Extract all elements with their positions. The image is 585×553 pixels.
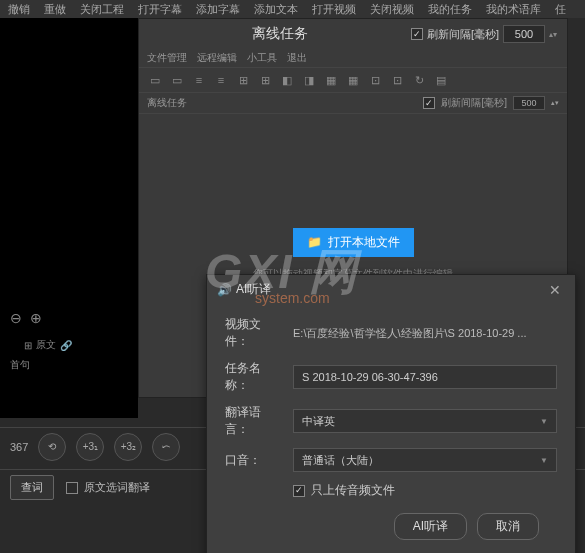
tool-icon-10[interactable]: ▦ [345, 72, 361, 88]
text-icon: ⊞ [24, 340, 32, 351]
tab-tools[interactable]: 小工具 [247, 51, 277, 65]
tool-icon-8[interactable]: ◨ [301, 72, 317, 88]
tool-icon-5[interactable]: ⊞ [235, 72, 251, 88]
video-file-label: 视频文件： [225, 316, 283, 350]
source-text-label: ⊞ 原文 🔗 [24, 338, 72, 352]
translate-lang-label: 翻译语言： [225, 404, 283, 438]
menu-my-tasks[interactable]: 我的任务 [428, 2, 472, 16]
rewind-button[interactable]: ⟲ [38, 433, 66, 461]
inner-refresh-label: 刷新间隔[毫秒] [441, 96, 507, 110]
accent-select[interactable]: 普通话（大陆） ▼ [293, 448, 557, 472]
plus3-button-1[interactable]: +3₁ [76, 433, 104, 461]
tab-file-manage[interactable]: 文件管理 [147, 51, 187, 65]
menu-redo[interactable]: 重做 [44, 2, 66, 16]
translate-checkbox-label: 原文选词翻译 [84, 480, 150, 495]
accent-value: 普通话（大陆） [302, 453, 379, 468]
zoom-out-icon[interactable]: ⊖ [10, 310, 22, 326]
first-line-label: 首句 [10, 358, 30, 372]
preview-controls: ⊖ ⊕ [10, 310, 42, 326]
tool-icon-9[interactable]: ▦ [323, 72, 339, 88]
menu-add-text[interactable]: 添加文本 [254, 2, 298, 16]
video-file-path: E:\百度经验\哲学怪人\经验图片\S 2018-10-29 ... [293, 326, 557, 341]
tool-icon-6[interactable]: ⊞ [257, 72, 273, 88]
window-title: 离线任务 [149, 25, 411, 43]
menu-add-subtitle[interactable]: 添加字幕 [196, 2, 240, 16]
tool-icon-11[interactable]: ⊡ [367, 72, 383, 88]
loop-button[interactable]: ⤺ [152, 433, 180, 461]
accent-label: 口音： [225, 452, 283, 469]
top-menu: 撤销 重做 关闭工程 打开字幕 添加字幕 添加文本 打开视频 关闭视频 我的任务… [0, 0, 585, 18]
ai-translate-dialog: 🔊 AI听译 ✕ 视频文件： E:\百度经验\哲学怪人\经验图片\S 2018-… [206, 274, 576, 553]
tool-icon-2[interactable]: ▭ [169, 72, 185, 88]
close-icon[interactable]: ✕ [545, 282, 565, 298]
chevron-down-icon: ▼ [540, 417, 548, 426]
menu-close-project[interactable]: 关闭工程 [80, 2, 124, 16]
task-name-label: 任务名称： [225, 360, 283, 394]
ai-translate-button[interactable]: AI听译 [394, 513, 467, 540]
tool-icon-13[interactable]: ↻ [411, 72, 427, 88]
tab-remote-edit[interactable]: 远程编辑 [197, 51, 237, 65]
open-file-label: 打开本地文件 [328, 234, 400, 251]
tool-icon-1[interactable]: ▭ [147, 72, 163, 88]
menu-open-subtitle[interactable]: 打开字幕 [138, 2, 182, 16]
menu-undo[interactable]: 撤销 [8, 2, 30, 16]
inner-refresh-checkbox[interactable] [423, 97, 435, 109]
tab-exit[interactable]: 退出 [287, 51, 307, 65]
translate-checkbox[interactable] [66, 482, 78, 494]
chevron-down-icon: ▼ [540, 456, 548, 465]
zoom-in-icon[interactable]: ⊕ [30, 310, 42, 326]
menu-open-video[interactable]: 打开视频 [312, 2, 356, 16]
inner-refresh-input[interactable] [513, 96, 545, 110]
translate-lang-value: 中译英 [302, 414, 335, 429]
sub-tabs: 文件管理 远程编辑 小工具 退出 [139, 49, 567, 68]
tool-icon-12[interactable]: ⊡ [389, 72, 405, 88]
translate-lang-select[interactable]: 中译英 ▼ [293, 409, 557, 433]
refresh-interval-input[interactable] [503, 25, 545, 43]
tool-icon-14[interactable]: ▤ [433, 72, 449, 88]
dialog-icon: 🔊 [217, 283, 232, 297]
task-name-input[interactable] [293, 365, 557, 389]
tool-icon-4[interactable]: ≡ [213, 72, 229, 88]
source-text-value: 原文 [36, 338, 56, 352]
inner-title: 离线任务 [147, 96, 187, 110]
refresh-label: 刷新间隔[毫秒] [427, 27, 499, 42]
tool-icon-7[interactable]: ◧ [279, 72, 295, 88]
dialog-title: AI听译 [236, 281, 545, 298]
refresh-checkbox[interactable] [411, 28, 423, 40]
folder-icon: 📁 [307, 235, 322, 249]
tool-icon-3[interactable]: ≡ [191, 72, 207, 88]
cancel-button[interactable]: 取消 [477, 513, 539, 540]
menu-my-terms[interactable]: 我的术语库 [486, 2, 541, 16]
inner-stepper-icon[interactable]: ▴▾ [551, 99, 559, 107]
plus3-button-2[interactable]: +3₂ [114, 433, 142, 461]
link-icon: 🔗 [60, 340, 72, 351]
translate-selection-option[interactable]: 原文选词翻译 [66, 480, 150, 495]
time-display: 367 [10, 441, 28, 453]
toolbar: ▭ ▭ ≡ ≡ ⊞ ⊞ ◧ ◨ ▦ ▦ ⊡ ⊡ ↻ ▤ [139, 68, 567, 93]
menu-close-video[interactable]: 关闭视频 [370, 2, 414, 16]
menu-more[interactable]: 任 [555, 2, 566, 16]
audio-only-checkbox[interactable] [293, 485, 305, 497]
query-word-button[interactable]: 查词 [10, 475, 54, 500]
stepper-icon[interactable]: ▴▾ [549, 30, 557, 39]
open-local-file-button[interactable]: 📁 打开本地文件 [293, 228, 414, 257]
audio-only-label: 只上传音频文件 [311, 482, 395, 499]
